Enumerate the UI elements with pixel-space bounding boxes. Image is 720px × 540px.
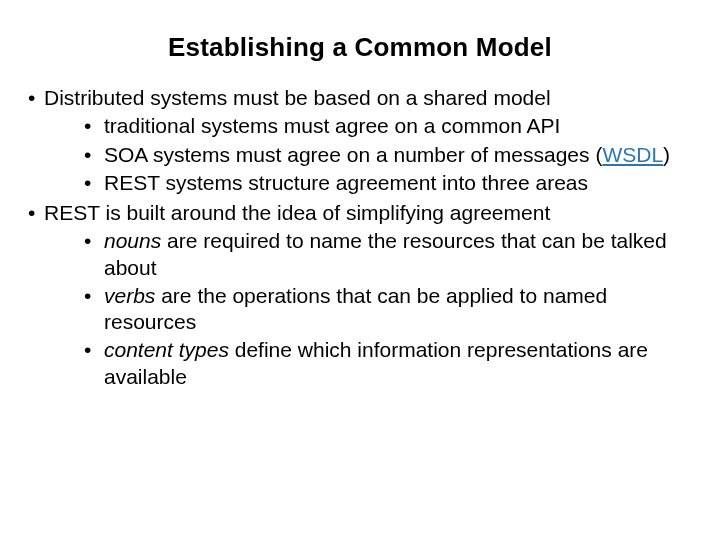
sub-bullet-item: SOA systems must agree on a number of me… [84,142,692,168]
bullet-item: Distributed systems must be based on a s… [28,85,692,196]
sub-bullet-list: traditional systems must agree on a comm… [44,113,692,196]
bullet-text: REST is built around the idea of simplif… [44,201,550,224]
bullet-text: traditional systems must agree on a comm… [104,114,560,137]
bullet-item: REST is built around the idea of simplif… [28,200,692,390]
slide-title: Establishing a Common Model [28,32,692,63]
bullet-text: Distributed systems must be based on a s… [44,86,551,109]
bullet-list: Distributed systems must be based on a s… [28,85,692,390]
emphasis-text: nouns [104,229,161,252]
bullet-text: ) [663,143,670,166]
sub-bullet-item: traditional systems must agree on a comm… [84,113,692,139]
sub-bullet-list: nouns are required to name the resources… [44,228,692,390]
bullet-text: REST systems structure agreement into th… [104,171,588,194]
sub-bullet-item: nouns are required to name the resources… [84,228,692,281]
slide: Establishing a Common Model Distributed … [0,0,720,540]
emphasis-text: verbs [104,284,155,307]
bullet-text: are the operations that can be applied t… [104,284,607,333]
sub-bullet-item: content types define which information r… [84,337,692,390]
bullet-text: are required to name the resources that … [104,229,667,278]
bullet-text: SOA systems must agree on a number of me… [104,143,602,166]
emphasis-text: content types [104,338,229,361]
sub-bullet-item: verbs are the operations that can be app… [84,283,692,336]
sub-bullet-item: REST systems structure agreement into th… [84,170,692,196]
wsdl-link[interactable]: WSDL [602,143,663,166]
